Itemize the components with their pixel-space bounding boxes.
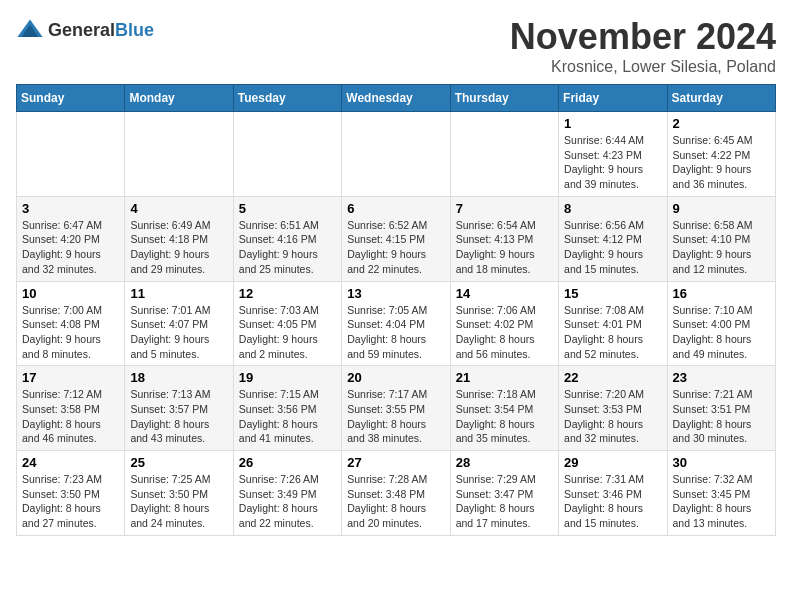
calendar-cell: 4Sunrise: 6:49 AMSunset: 4:18 PMDaylight… <box>125 196 233 281</box>
day-number: 23 <box>673 370 770 385</box>
logo-icon <box>16 16 44 44</box>
calendar-cell: 2Sunrise: 6:45 AMSunset: 4:22 PMDaylight… <box>667 112 775 197</box>
calendar-cell: 16Sunrise: 7:10 AMSunset: 4:00 PMDayligh… <box>667 281 775 366</box>
day-info: Sunrise: 7:06 AMSunset: 4:02 PMDaylight:… <box>456 303 553 362</box>
day-info: Sunrise: 7:26 AMSunset: 3:49 PMDaylight:… <box>239 472 336 531</box>
day-info: Sunrise: 7:15 AMSunset: 3:56 PMDaylight:… <box>239 387 336 446</box>
day-number: 11 <box>130 286 227 301</box>
calendar-cell: 25Sunrise: 7:25 AMSunset: 3:50 PMDayligh… <box>125 451 233 536</box>
day-info: Sunrise: 6:52 AMSunset: 4:15 PMDaylight:… <box>347 218 444 277</box>
day-info: Sunrise: 6:49 AMSunset: 4:18 PMDaylight:… <box>130 218 227 277</box>
day-number: 9 <box>673 201 770 216</box>
calendar-cell: 18Sunrise: 7:13 AMSunset: 3:57 PMDayligh… <box>125 366 233 451</box>
day-number: 4 <box>130 201 227 216</box>
location-subtitle: Krosnice, Lower Silesia, Poland <box>510 58 776 76</box>
calendar-cell: 8Sunrise: 6:56 AMSunset: 4:12 PMDaylight… <box>559 196 667 281</box>
calendar-cell: 27Sunrise: 7:28 AMSunset: 3:48 PMDayligh… <box>342 451 450 536</box>
calendar-cell: 13Sunrise: 7:05 AMSunset: 4:04 PMDayligh… <box>342 281 450 366</box>
calendar-header-row: SundayMondayTuesdayWednesdayThursdayFrid… <box>17 85 776 112</box>
day-info: Sunrise: 6:51 AMSunset: 4:16 PMDaylight:… <box>239 218 336 277</box>
day-number: 20 <box>347 370 444 385</box>
header-tuesday: Tuesday <box>233 85 341 112</box>
day-number: 30 <box>673 455 770 470</box>
day-info: Sunrise: 7:29 AMSunset: 3:47 PMDaylight:… <box>456 472 553 531</box>
day-info: Sunrise: 7:05 AMSunset: 4:04 PMDaylight:… <box>347 303 444 362</box>
day-number: 1 <box>564 116 661 131</box>
calendar-table: SundayMondayTuesdayWednesdayThursdayFrid… <box>16 84 776 536</box>
title-section: November 2024 Krosnice, Lower Silesia, P… <box>510 16 776 76</box>
calendar-cell: 17Sunrise: 7:12 AMSunset: 3:58 PMDayligh… <box>17 366 125 451</box>
day-number: 14 <box>456 286 553 301</box>
calendar-cell: 30Sunrise: 7:32 AMSunset: 3:45 PMDayligh… <box>667 451 775 536</box>
calendar-week-row: 3Sunrise: 6:47 AMSunset: 4:20 PMDaylight… <box>17 196 776 281</box>
header-wednesday: Wednesday <box>342 85 450 112</box>
calendar-week-row: 10Sunrise: 7:00 AMSunset: 4:08 PMDayligh… <box>17 281 776 366</box>
day-number: 6 <box>347 201 444 216</box>
day-info: Sunrise: 7:25 AMSunset: 3:50 PMDaylight:… <box>130 472 227 531</box>
day-info: Sunrise: 7:18 AMSunset: 3:54 PMDaylight:… <box>456 387 553 446</box>
day-info: Sunrise: 6:44 AMSunset: 4:23 PMDaylight:… <box>564 133 661 192</box>
logo: GeneralBlue <box>16 16 154 44</box>
day-number: 26 <box>239 455 336 470</box>
day-info: Sunrise: 7:20 AMSunset: 3:53 PMDaylight:… <box>564 387 661 446</box>
calendar-cell <box>17 112 125 197</box>
calendar-week-row: 17Sunrise: 7:12 AMSunset: 3:58 PMDayligh… <box>17 366 776 451</box>
header-sunday: Sunday <box>17 85 125 112</box>
day-info: Sunrise: 6:54 AMSunset: 4:13 PMDaylight:… <box>456 218 553 277</box>
calendar-cell: 15Sunrise: 7:08 AMSunset: 4:01 PMDayligh… <box>559 281 667 366</box>
calendar-cell: 28Sunrise: 7:29 AMSunset: 3:47 PMDayligh… <box>450 451 558 536</box>
day-number: 5 <box>239 201 336 216</box>
day-info: Sunrise: 7:08 AMSunset: 4:01 PMDaylight:… <box>564 303 661 362</box>
calendar-week-row: 1Sunrise: 6:44 AMSunset: 4:23 PMDaylight… <box>17 112 776 197</box>
day-number: 12 <box>239 286 336 301</box>
day-info: Sunrise: 7:13 AMSunset: 3:57 PMDaylight:… <box>130 387 227 446</box>
calendar-cell: 12Sunrise: 7:03 AMSunset: 4:05 PMDayligh… <box>233 281 341 366</box>
day-number: 2 <box>673 116 770 131</box>
header-thursday: Thursday <box>450 85 558 112</box>
day-info: Sunrise: 7:10 AMSunset: 4:00 PMDaylight:… <box>673 303 770 362</box>
logo-general: General <box>48 20 115 40</box>
day-number: 27 <box>347 455 444 470</box>
day-info: Sunrise: 7:21 AMSunset: 3:51 PMDaylight:… <box>673 387 770 446</box>
day-number: 3 <box>22 201 119 216</box>
calendar-cell: 3Sunrise: 6:47 AMSunset: 4:20 PMDaylight… <box>17 196 125 281</box>
calendar-cell: 29Sunrise: 7:31 AMSunset: 3:46 PMDayligh… <box>559 451 667 536</box>
calendar-cell: 1Sunrise: 6:44 AMSunset: 4:23 PMDaylight… <box>559 112 667 197</box>
calendar-cell: 6Sunrise: 6:52 AMSunset: 4:15 PMDaylight… <box>342 196 450 281</box>
day-info: Sunrise: 7:23 AMSunset: 3:50 PMDaylight:… <box>22 472 119 531</box>
calendar-cell: 21Sunrise: 7:18 AMSunset: 3:54 PMDayligh… <box>450 366 558 451</box>
day-number: 10 <box>22 286 119 301</box>
day-number: 22 <box>564 370 661 385</box>
month-title: November 2024 <box>510 16 776 58</box>
calendar-cell <box>125 112 233 197</box>
day-number: 15 <box>564 286 661 301</box>
day-info: Sunrise: 7:17 AMSunset: 3:55 PMDaylight:… <box>347 387 444 446</box>
day-number: 21 <box>456 370 553 385</box>
calendar-cell: 9Sunrise: 6:58 AMSunset: 4:10 PMDaylight… <box>667 196 775 281</box>
calendar-cell: 23Sunrise: 7:21 AMSunset: 3:51 PMDayligh… <box>667 366 775 451</box>
day-number: 7 <box>456 201 553 216</box>
calendar-cell: 11Sunrise: 7:01 AMSunset: 4:07 PMDayligh… <box>125 281 233 366</box>
day-info: Sunrise: 6:45 AMSunset: 4:22 PMDaylight:… <box>673 133 770 192</box>
calendar-cell: 22Sunrise: 7:20 AMSunset: 3:53 PMDayligh… <box>559 366 667 451</box>
calendar-cell: 26Sunrise: 7:26 AMSunset: 3:49 PMDayligh… <box>233 451 341 536</box>
day-info: Sunrise: 7:32 AMSunset: 3:45 PMDaylight:… <box>673 472 770 531</box>
day-number: 8 <box>564 201 661 216</box>
calendar-cell: 5Sunrise: 6:51 AMSunset: 4:16 PMDaylight… <box>233 196 341 281</box>
day-number: 28 <box>456 455 553 470</box>
header-monday: Monday <box>125 85 233 112</box>
calendar-cell: 14Sunrise: 7:06 AMSunset: 4:02 PMDayligh… <box>450 281 558 366</box>
day-info: Sunrise: 7:12 AMSunset: 3:58 PMDaylight:… <box>22 387 119 446</box>
page-header: GeneralBlue November 2024 Krosnice, Lowe… <box>16 16 776 76</box>
calendar-cell: 7Sunrise: 6:54 AMSunset: 4:13 PMDaylight… <box>450 196 558 281</box>
day-number: 13 <box>347 286 444 301</box>
day-info: Sunrise: 7:03 AMSunset: 4:05 PMDaylight:… <box>239 303 336 362</box>
day-info: Sunrise: 6:58 AMSunset: 4:10 PMDaylight:… <box>673 218 770 277</box>
day-number: 25 <box>130 455 227 470</box>
calendar-cell: 10Sunrise: 7:00 AMSunset: 4:08 PMDayligh… <box>17 281 125 366</box>
day-number: 17 <box>22 370 119 385</box>
calendar-week-row: 24Sunrise: 7:23 AMSunset: 3:50 PMDayligh… <box>17 451 776 536</box>
day-number: 29 <box>564 455 661 470</box>
calendar-cell <box>233 112 341 197</box>
header-saturday: Saturday <box>667 85 775 112</box>
